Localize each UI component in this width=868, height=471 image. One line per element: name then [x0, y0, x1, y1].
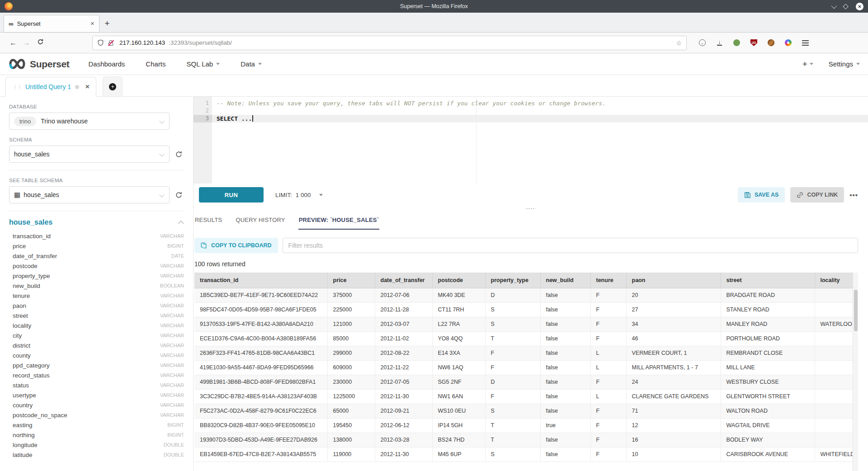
privacy-badger-icon[interactable] [733, 39, 741, 47]
settings-menu[interactable]: Settings [829, 60, 860, 68]
column-name: record_status [13, 372, 50, 379]
sql-editor[interactable]: 1 2 3 -- Note: Unless you save your quer… [193, 97, 868, 184]
new-query-tab-button[interactable]: + [103, 76, 123, 96]
nav-item-dashboards[interactable]: Dashboards [88, 60, 125, 68]
column-header[interactable]: property_type [485, 273, 540, 288]
column-header[interactable]: transaction_id [194, 273, 327, 288]
superset-logo[interactable]: Superset [8, 58, 69, 70]
results-tab-1[interactable]: QUERY HISTORY [235, 217, 285, 230]
table-cell: 609000 [327, 360, 375, 375]
column-header[interactable]: price [327, 273, 375, 288]
column-type: VARCHAR [160, 372, 184, 378]
table-cell: S [485, 404, 540, 418]
schema-value: house_sales [14, 151, 50, 158]
tab-close-icon[interactable]: ✕ [90, 21, 94, 27]
schema-select[interactable]: house_sales [9, 146, 170, 163]
collapse-chevron-icon[interactable] [178, 221, 184, 226]
nav-item-data[interactable]: Data [241, 60, 262, 68]
ublock-icon[interactable]: UO [750, 39, 758, 47]
table-cell: WS10 0EU [432, 404, 485, 418]
copy-link-button[interactable]: COPY LINK [790, 187, 844, 203]
bookmark-star-icon[interactable]: ☆ [676, 39, 682, 47]
column-header[interactable]: postcode [432, 273, 485, 288]
database-select[interactable]: trino Trino warehouse [9, 113, 170, 130]
nav-item-sql-lab[interactable]: SQL Lab [187, 60, 220, 68]
reload-button[interactable] [33, 38, 47, 47]
table-cell: F [590, 447, 626, 462]
schema-column-row: paonVARCHAR [9, 301, 184, 311]
query-tab[interactable]: ⋮⋮ Untitled Query 1 ✕ [5, 77, 96, 97]
schema-column-row: streetVARCHAR [9, 311, 184, 320]
column-header[interactable]: locality [815, 273, 853, 288]
table-cell: S [485, 317, 540, 331]
column-header[interactable]: new_build [540, 273, 590, 288]
copy-to-clipboard-button[interactable]: COPY TO CLIPBOARD [194, 238, 278, 253]
browser-toolbar: ← → 217.160.120.143:32393/superset/sqlla… [0, 33, 868, 53]
column-name: northing [13, 432, 35, 438]
window-maximize-icon[interactable] [844, 5, 848, 9]
table-cell: 16 [626, 433, 721, 447]
column-name: date_of_transfer [13, 253, 57, 259]
refresh-tables-icon[interactable] [173, 191, 184, 199]
forward-button[interactable]: → [20, 39, 33, 47]
column-name: ppd_category [13, 362, 50, 369]
table-cell: 2012-11-30 [375, 389, 432, 404]
url-bar[interactable]: 217.160.120.143:32393/superset/sqllab/ ☆ [92, 36, 687, 50]
run-button[interactable]: RUN [199, 187, 264, 203]
pane-splitter[interactable] [193, 206, 868, 211]
column-type: VARCHAR [160, 303, 184, 308]
table-cell: F [590, 288, 626, 302]
query-tab-close-icon[interactable]: ✕ [85, 84, 90, 90]
results-tab-2[interactable]: PREVIEW: `HOUSE_SALES` [298, 217, 380, 230]
table-cell: F [590, 418, 626, 433]
table-cell: WAGTAIL DRIVE [721, 418, 815, 433]
schema-column-row: longitudeDOUBLE [9, 440, 184, 450]
table-cell: false [540, 375, 590, 389]
window-minimize-icon[interactable] [831, 5, 835, 9]
table-cell: false [540, 317, 590, 331]
table-cell: 119000 [327, 447, 375, 462]
drag-handle-icon[interactable]: ⋮⋮ [12, 84, 21, 90]
downloads-icon[interactable]: ↓ [716, 39, 723, 47]
table-cell: F [590, 302, 626, 317]
column-header[interactable]: paon [626, 273, 721, 288]
more-actions-button[interactable]: ••• [849, 191, 858, 199]
back-button[interactable]: ← [6, 39, 20, 47]
save-as-button[interactable]: SAVE AS [738, 187, 785, 203]
rows-returned-status: 100 rows returned [194, 260, 858, 268]
table-cell: 138000 [327, 433, 375, 447]
pocket-icon[interactable]: ⌄ [698, 39, 706, 47]
table-scrollbar[interactable] [853, 273, 858, 471]
table-select[interactable]: ▦ house_sales [9, 186, 170, 203]
table-cell: L [590, 360, 626, 375]
new-browser-tab-button[interactable]: + [99, 15, 115, 32]
superset-navbar: Superset DashboardsChartsSQL LabData + S… [0, 53, 868, 75]
multi-account-container-icon[interactable] [784, 39, 792, 47]
results-tab-0[interactable]: RESULTS [194, 217, 222, 230]
column-header[interactable]: date_of_transfer [375, 273, 432, 288]
column-name: paon [13, 302, 26, 309]
insecure-lock-icon[interactable] [108, 40, 114, 46]
table-cell [815, 418, 853, 433]
nav-item-charts[interactable]: Charts [146, 60, 165, 68]
table-cell: D [485, 288, 540, 302]
filter-results-input[interactable] [283, 238, 858, 253]
cookie-extension-icon[interactable] [767, 39, 775, 47]
window-close-icon[interactable]: ✕ [856, 3, 863, 10]
column-type: BOOLEAN [160, 283, 184, 288]
table-cell: F [590, 404, 626, 418]
scrollbar-thumb[interactable] [854, 290, 858, 331]
new-item-button[interactable]: + [802, 59, 813, 69]
column-name: property_type [13, 273, 50, 279]
sql-statement: SELECT ... [217, 115, 252, 122]
tracking-shield-icon[interactable] [97, 39, 104, 46]
column-header[interactable]: tenure [590, 273, 626, 288]
limit-value: 1 000 [296, 192, 311, 198]
browser-tab[interactable]: ∞ Superset ✕ [4, 15, 99, 32]
hamburger-menu-icon[interactable] [802, 39, 809, 47]
limit-dropdown[interactable]: LIMIT: 1 000 [275, 192, 323, 198]
table-row: 499B1981-3B6B-4BCD-808F-9FED9802BFA12300… [194, 375, 853, 389]
refresh-schemas-icon[interactable] [173, 151, 184, 158]
column-header[interactable]: street [721, 273, 815, 288]
database-type-badge: trino [14, 117, 36, 126]
